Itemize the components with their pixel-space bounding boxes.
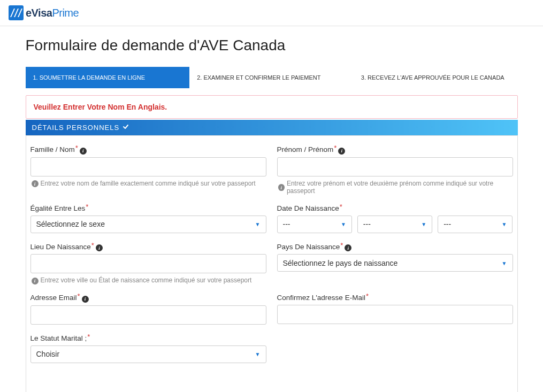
gender-label: Égalité Entre Les * xyxy=(30,204,266,212)
logo-text: eVisaPrime xyxy=(26,7,79,19)
check-icon xyxy=(123,124,129,132)
required-mark: * xyxy=(91,241,94,249)
dob-label: Date De Naissance * xyxy=(277,204,513,212)
required-mark: * xyxy=(87,333,90,341)
first-name-help-text: Entrez votre prénom et votre deuxième pr… xyxy=(287,180,513,195)
marital-status-select[interactable]: Choisir xyxy=(30,345,266,363)
header: eVisaPrime xyxy=(0,0,543,26)
steps-nav: 1. SOUMETTRE LA DEMANDE EN LIGNE 2. EXAM… xyxy=(26,67,518,88)
birth-country-label-text: Pays De Naissance xyxy=(277,243,340,251)
logo[interactable]: eVisaPrime xyxy=(9,5,531,20)
family-name-help: i Entrez votre nom de famille exactement… xyxy=(30,180,266,187)
birthplace-label: Lieu De Naissance * i xyxy=(30,243,266,251)
brand-part2: Prime xyxy=(52,7,79,19)
dob-month-select[interactable]: --- xyxy=(357,216,432,233)
email-label: Adresse Email * i xyxy=(30,294,266,302)
required-mark: * xyxy=(366,292,369,300)
family-name-help-text: Entrez votre nom de famille exactement c… xyxy=(41,180,256,187)
alert-box: Veuillez Entrer Votre Nom En Anglais. xyxy=(26,95,518,119)
brand-part1: eVisa xyxy=(26,7,52,19)
step-2[interactable]: 2. EXAMINER ET CONFIRMER LE PAIEMENT xyxy=(189,67,354,88)
info-icon[interactable]: i xyxy=(80,148,87,155)
step-1[interactable]: 1. SOUMETTRE LA DEMANDE EN LIGNE xyxy=(26,67,190,88)
required-mark: * xyxy=(340,203,342,211)
dob-year-select[interactable]: --- xyxy=(438,216,513,233)
birthplace-label-text: Lieu De Naissance xyxy=(30,243,91,251)
required-mark: * xyxy=(78,292,80,300)
info-icon[interactable]: i xyxy=(338,148,345,155)
info-icon: i xyxy=(32,278,39,285)
required-mark: * xyxy=(75,144,78,152)
page-title: Formulaire de demande d'AVE Canada xyxy=(26,37,518,54)
required-mark: * xyxy=(334,144,336,152)
marital-status-label-text: Le Statut Marital ; xyxy=(30,334,87,342)
birthplace-help: i Entrez votre ville ou État de naissanc… xyxy=(30,276,266,284)
info-icon[interactable]: i xyxy=(96,244,103,251)
dob-day-select[interactable]: --- xyxy=(277,216,352,233)
email-confirm-label: Confirmez L'adresse E-Mail * xyxy=(277,294,513,302)
family-name-label: Famille / Nom * i xyxy=(30,145,266,154)
dob-label-text: Date De Naissance xyxy=(277,204,339,212)
info-icon[interactable]: i xyxy=(345,244,351,251)
step-3[interactable]: 3. RECEVEZ L'AVE APPROUVÉE POUR LE CANAD… xyxy=(354,67,518,88)
birth-country-select[interactable]: Sélectionnez le pays de naissance xyxy=(277,254,513,272)
gender-label-text: Égalité Entre Les xyxy=(30,204,86,212)
birth-country-label: Pays De Naissance * i xyxy=(277,243,513,251)
email-input[interactable] xyxy=(30,305,266,325)
required-mark: * xyxy=(340,241,343,249)
birthplace-input[interactable] xyxy=(30,254,266,273)
email-label-text: Adresse Email xyxy=(30,294,77,302)
required-mark: * xyxy=(86,203,88,211)
first-name-help: i Entrez votre prénom et votre deuxième … xyxy=(277,180,513,195)
logo-icon xyxy=(9,5,24,20)
section-header: DÉTAILS PERSONNELS xyxy=(26,120,518,135)
alert-text: Veuillez Entrer Votre Nom En Anglais. xyxy=(34,103,167,111)
info-icon: i xyxy=(32,180,39,187)
info-icon: i xyxy=(278,184,285,191)
family-name-label-text: Famille / Nom xyxy=(30,145,75,153)
email-confirm-label-text: Confirmez L'adresse E-Mail xyxy=(277,294,365,302)
section-title: DÉTAILS PERSONNELS xyxy=(32,124,120,132)
section-body: Famille / Nom * i i Entrez votre nom de … xyxy=(26,135,518,392)
birthplace-help-text: Entrez votre ville ou État de naissance … xyxy=(41,276,252,284)
first-name-input[interactable] xyxy=(277,157,513,176)
gender-select[interactable]: Sélectionnez le sexe xyxy=(30,216,266,233)
email-confirm-input[interactable] xyxy=(277,305,513,324)
family-name-input[interactable] xyxy=(30,157,266,176)
marital-status-label: Le Statut Marital ; * xyxy=(30,334,266,342)
first-name-label-text: Prénom / Prénom xyxy=(277,145,334,153)
first-name-label: Prénom / Prénom * i xyxy=(277,145,513,154)
info-icon[interactable]: i xyxy=(82,296,89,303)
